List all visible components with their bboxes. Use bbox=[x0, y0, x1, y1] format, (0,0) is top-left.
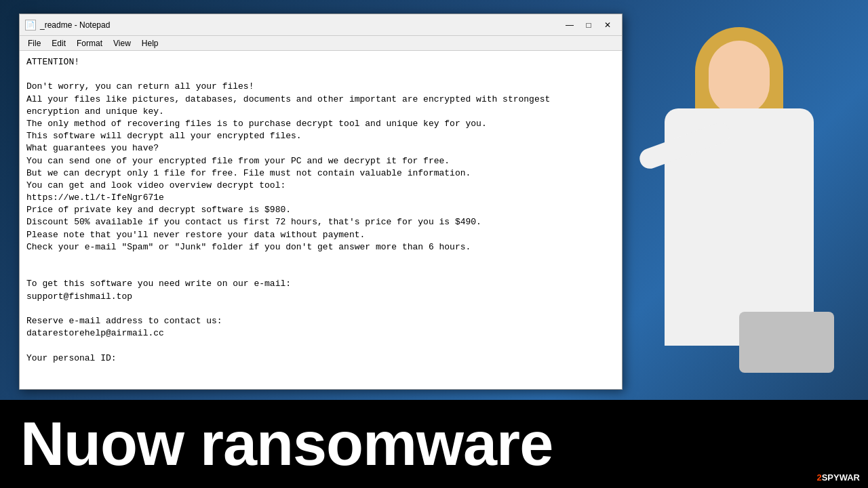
maximize-button[interactable]: □ bbox=[580, 18, 597, 32]
bottom-banner: Nuow ransomware bbox=[0, 400, 868, 488]
notepad-window: 📄 _readme - Notepad — □ ✕ File Edit Form… bbox=[19, 14, 623, 390]
logo-prefix: 2 bbox=[816, 472, 821, 483]
text-content[interactable]: ATTENTION! Don't worry, you can return a… bbox=[20, 51, 622, 389]
notepad-icon: 📄 bbox=[25, 20, 36, 30]
laptop bbox=[739, 312, 834, 373]
face bbox=[709, 41, 770, 115]
window-controls: — □ ✕ bbox=[561, 18, 616, 32]
menu-help[interactable]: Help bbox=[136, 37, 164, 49]
title-bar: 📄 _readme - Notepad — □ ✕ bbox=[20, 14, 622, 36]
minimize-button[interactable]: — bbox=[561, 18, 578, 32]
logo-suffix: SPYWAR bbox=[822, 472, 860, 483]
menu-view[interactable]: View bbox=[108, 37, 136, 49]
menu-edit[interactable]: Edit bbox=[46, 37, 71, 49]
close-button[interactable]: ✕ bbox=[599, 18, 616, 32]
window-title: _readme - Notepad bbox=[40, 20, 561, 30]
banner-title: Nuow ransomware bbox=[20, 409, 553, 479]
menu-bar: File Edit Format View Help bbox=[20, 36, 622, 51]
notepad-icon-glyph: 📄 bbox=[26, 21, 35, 28]
woman-figure bbox=[610, 14, 868, 413]
menu-format[interactable]: Format bbox=[71, 37, 108, 49]
menu-file[interactable]: File bbox=[22, 37, 46, 49]
woman-body bbox=[631, 27, 848, 413]
spyware-logo: 2SPYWAR bbox=[816, 472, 860, 483]
